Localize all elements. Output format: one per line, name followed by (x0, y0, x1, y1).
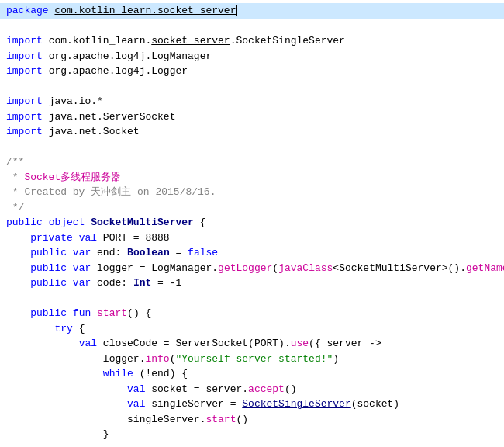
line-comment-2: * Created by 天冲剑主 on 2015/8/16. (0, 185, 504, 200)
line-comment-start: /** (0, 154, 504, 170)
line-close-code: val closeCode = ServerSocket(PORT).use({… (0, 336, 504, 352)
line-end-var: public var end: Boolean = false (0, 245, 504, 261)
line-blank-4 (0, 291, 504, 307)
line-while-close: } (0, 427, 504, 442)
line-try: try { (0, 321, 504, 337)
line-import-1: import com.kotlin_learn.socket_server.So… (0, 33, 504, 49)
line-code-var: public var code: Int = -1 (0, 275, 504, 291)
line-import-5: import java.net.ServerSocket (0, 109, 504, 125)
line-socket: val socket = server.accept() (0, 382, 504, 397)
line-import-4: import java.io.* (0, 94, 504, 109)
code-editor[interactable]: package com.kotlin_learn.socket_server​ … (0, 0, 504, 447)
line-single-start: singleServer.start() (0, 412, 504, 428)
line-blank-1 (0, 19, 504, 34)
line-import-3: import org.apache.log4j.Logger (0, 64, 504, 79)
line-port: private val PORT = 8888 (0, 230, 504, 246)
line-class-def: public object SocketMultiServer { (0, 215, 504, 230)
line-import-6: import java.net.Socket (0, 124, 504, 140)
line-blank-3 (0, 140, 504, 155)
line-import-2: import org.apache.log4j.LogManager (0, 49, 504, 64)
line-logger-info-1: logger.info("Yourself server started!") (0, 352, 504, 367)
line-while: while (!end) { (0, 366, 504, 382)
line-fun-start: public fun start() { (0, 306, 504, 321)
line-1: package com.kotlin_learn.socket_server​ (0, 3, 504, 19)
line-comment-1: * Socket多线程服务器 (0, 170, 504, 185)
line-single-server: val singleServer = SocketSingleServer(so… (0, 397, 504, 412)
line-blank-5 (0, 442, 504, 448)
line-comment-end: */ (0, 200, 504, 216)
line-blank-2 (0, 79, 504, 95)
line-logger-var: public var logger = LogManager.getLogger… (0, 261, 504, 276)
